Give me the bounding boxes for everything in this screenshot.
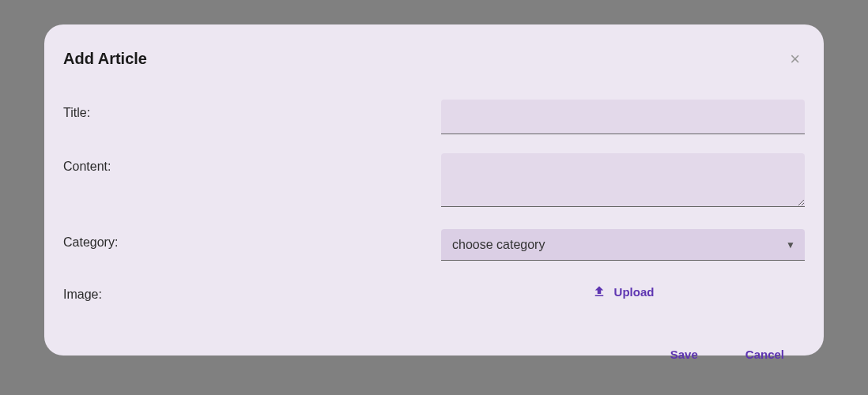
content-row: Content: [63, 153, 805, 210]
modal-footer: Save Cancel [63, 341, 805, 367]
save-button[interactable]: Save [662, 341, 706, 367]
close-button[interactable]: × [785, 51, 805, 68]
image-label: Image: [63, 281, 441, 302]
image-control: Upload [441, 280, 805, 303]
category-row: Category: choose category ▼ [63, 229, 805, 261]
upload-label: Upload [614, 285, 655, 299]
cancel-button[interactable]: Cancel [738, 341, 792, 367]
content-label: Content: [63, 153, 441, 174]
category-select-wrapper: choose category ▼ [441, 229, 805, 261]
content-control [441, 153, 805, 210]
title-control [441, 100, 805, 134]
title-label: Title: [63, 100, 441, 120]
category-label: Category: [63, 229, 441, 250]
modal-header: Add Article × [63, 50, 805, 68]
image-row: Image: Upload [63, 280, 805, 303]
add-article-modal: Add Article × Title: Content: Category: … [44, 24, 824, 356]
category-select[interactable]: choose category [441, 229, 805, 261]
category-control: choose category ▼ [441, 229, 805, 261]
title-input[interactable] [441, 100, 805, 134]
upload-icon [592, 284, 606, 299]
content-textarea[interactable] [441, 153, 805, 207]
close-icon: × [790, 49, 800, 69]
title-row: Title: [63, 100, 805, 134]
modal-title: Add Article [63, 50, 147, 68]
upload-button[interactable]: Upload [584, 280, 662, 303]
